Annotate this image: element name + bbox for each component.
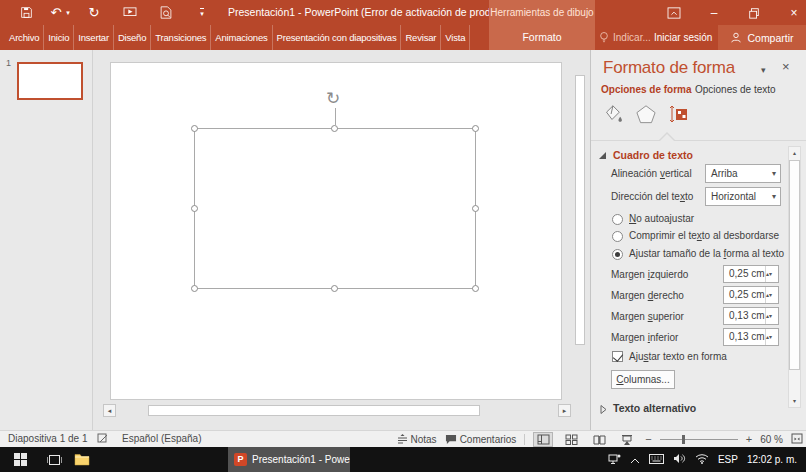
tab-archivo[interactable]: Archivo [5, 25, 44, 50]
pane-scroll-down[interactable]: ▾ [789, 395, 800, 407]
vertical-scrollbar[interactable] [575, 58, 586, 398]
wifi-icon[interactable] [695, 453, 709, 466]
slide-thumbnail[interactable] [17, 62, 83, 100]
zoom-slider-thumb[interactable] [682, 435, 685, 444]
restore-button[interactable] [742, 0, 766, 25]
effects-button[interactable] [633, 102, 659, 126]
view-reading-button[interactable] [589, 432, 609, 447]
radio-resize-shape-label[interactable]: Ajustar tamaño de la forma al texto [629, 248, 784, 259]
horizontal-scroll-thumb[interactable] [148, 405, 480, 416]
size-properties-button[interactable] [665, 102, 691, 126]
pane-options-dropdown[interactable]: ▾ [761, 65, 766, 75]
wrap-text-label[interactable]: Ajustar texto en forma [629, 351, 727, 362]
resize-handle-bottom-right[interactable] [472, 285, 479, 292]
task-view-button[interactable] [42, 447, 66, 472]
resize-handle-middle-left[interactable] [191, 205, 198, 212]
pane-scroll-thumb[interactable] [789, 160, 800, 370]
tab-opciones-de-forma[interactable]: Opciones de forma [601, 84, 692, 95]
sign-in-button[interactable]: Iniciar sesión [654, 25, 712, 50]
language-indicator[interactable]: Español (España) [122, 433, 202, 444]
close-button[interactable]: × [782, 0, 806, 25]
file-explorer-button[interactable] [70, 447, 94, 472]
print-preview-button[interactable] [154, 0, 178, 25]
notes-button[interactable]: Notas [397, 434, 437, 445]
wrap-text-checkbox[interactable] [612, 351, 623, 362]
resize-handle-top-left[interactable] [191, 125, 198, 132]
save-button[interactable] [14, 0, 38, 25]
margin-left-input[interactable]: 0,25 cm ▴▾ [723, 265, 779, 283]
clock[interactable]: 12:02 p. m. [747, 454, 797, 465]
horizontal-scroll-track[interactable] [116, 404, 558, 417]
ribbon-display-options-button[interactable] [662, 0, 686, 25]
resize-handle-top-right[interactable] [472, 125, 479, 132]
language-tray-indicator[interactable]: ESP [718, 454, 738, 465]
pane-scrollbar[interactable]: ▴ ▾ [788, 146, 801, 408]
margin-right-input[interactable]: 0,25 cm ▴▾ [723, 286, 779, 304]
pane-close-button[interactable]: × [782, 59, 790, 74]
tab-opciones-de-texto[interactable]: Opciones de texto [695, 84, 776, 95]
section-collapsed-icon[interactable] [600, 404, 607, 416]
margin-bottom-input[interactable]: 0,13 cm ▴▾ [723, 328, 779, 346]
undo-dropdown[interactable]: ▾ [62, 0, 74, 25]
selected-textbox-shape[interactable]: ↻ [194, 128, 476, 289]
resize-handle-bottom-center[interactable] [331, 285, 338, 292]
zoom-in-button[interactable]: + [746, 433, 752, 445]
section-cuadro-de-texto[interactable]: Cuadro de texto [613, 149, 693, 161]
radio-resize-shape[interactable] [612, 249, 623, 260]
fill-line-button[interactable] [599, 102, 625, 126]
spell-check-icon[interactable] [97, 433, 108, 446]
tab-inicio[interactable]: Inicio [44, 25, 74, 50]
spin-down-icon[interactable]: ▾ [769, 313, 772, 319]
pane-scroll-up[interactable]: ▴ [789, 147, 800, 159]
customize-qat-button[interactable]: ▾ [190, 0, 214, 25]
minimize-button[interactable]: – [702, 0, 726, 25]
start-button[interactable] [8, 447, 32, 472]
view-slideshow-button[interactable] [617, 432, 637, 447]
touch-keyboard-icon[interactable] [649, 454, 664, 466]
margin-top-input[interactable]: 0,13 cm ▴▾ [723, 307, 779, 325]
section-expanded-icon[interactable] [599, 152, 606, 159]
tab-formato[interactable]: Formato [489, 25, 595, 50]
zoom-out-button[interactable]: − [645, 433, 651, 445]
radio-shrink-text-label[interactable]: Comprimir el texto al desbordarse [629, 230, 779, 241]
rotate-handle[interactable]: ↻ [326, 88, 340, 109]
comments-button[interactable]: Comentarios [445, 434, 517, 445]
redo-button[interactable]: ↻ [82, 0, 106, 25]
scroll-right-button[interactable]: ▸ [558, 404, 571, 417]
spin-down-icon[interactable]: ▾ [769, 334, 772, 340]
scroll-left-button[interactable]: ◂ [103, 404, 116, 417]
tray-device-icon[interactable] [608, 453, 621, 467]
speaker-icon[interactable] [673, 453, 686, 466]
resize-handle-bottom-left[interactable] [191, 285, 198, 292]
columns-button[interactable]: Columnas... [611, 370, 675, 389]
radio-shrink-text[interactable] [612, 231, 623, 242]
tab-presentacion-con-diapositivas[interactable]: Presentación con diapositivas [273, 25, 402, 50]
tab-vista[interactable]: Vista [441, 25, 470, 50]
tab-diseno[interactable]: Diseño [114, 25, 151, 50]
tab-insertar[interactable]: Insertar [74, 25, 114, 50]
view-normal-button[interactable] [533, 432, 553, 447]
horizontal-scrollbar[interactable]: ◂ ▸ [103, 404, 571, 417]
tab-animaciones[interactable]: Animaciones [211, 25, 272, 50]
resize-handle-middle-right[interactable] [472, 205, 479, 212]
taskbar-app-powerpoint[interactable]: P Presentación1 - Powe... [228, 447, 350, 472]
zoom-slider[interactable] [660, 434, 738, 445]
vertical-alignment-select[interactable]: Arriba ▾ [705, 164, 781, 183]
zoom-level[interactable]: 60 % [760, 434, 783, 445]
text-direction-select[interactable]: Horizontal ▾ [705, 187, 781, 206]
tab-transiciones[interactable]: Transiciones [151, 25, 211, 50]
fit-slide-button[interactable] [791, 433, 803, 446]
vertical-scroll-thumb[interactable] [575, 75, 585, 345]
radio-no-autofit[interactable] [612, 214, 623, 225]
share-button[interactable]: Compartir [718, 25, 806, 50]
section-texto-alternativo[interactable]: Texto alternativo [613, 402, 696, 414]
slide-indicator[interactable]: Diapositiva 1 de 1 [8, 433, 88, 444]
view-slide-sorter-button[interactable] [561, 432, 581, 447]
spin-down-icon[interactable]: ▾ [769, 271, 772, 277]
radio-no-autofit-label[interactable]: No autoajustar [629, 213, 694, 224]
spin-down-icon[interactable]: ▾ [769, 292, 772, 298]
start-slideshow-button[interactable] [118, 0, 142, 25]
tab-revisar[interactable]: Revisar [401, 25, 441, 50]
tray-expand-chevron[interactable] [630, 454, 640, 466]
resize-handle-top-center[interactable] [331, 125, 338, 132]
